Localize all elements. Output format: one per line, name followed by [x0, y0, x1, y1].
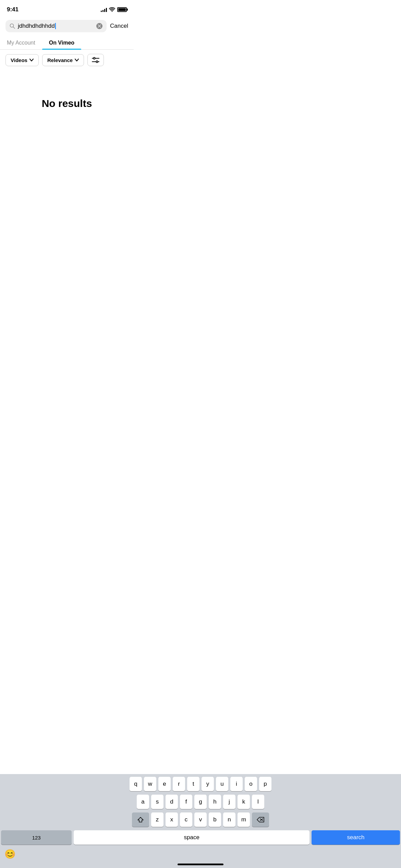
svg-point-6 [94, 58, 95, 59]
cancel-button[interactable]: Cancel [110, 21, 128, 31]
svg-line-1 [13, 27, 15, 29]
search-query-text: jdhdhdhdhhdd [18, 23, 94, 29]
status-time: 9:41 [7, 6, 19, 13]
type-filter-label: Videos [11, 57, 27, 63]
tab-my-account[interactable]: My Account [0, 36, 42, 49]
search-bar-container: jdhdhdhdhhdd Cancel [0, 17, 134, 35]
clear-search-button[interactable] [96, 23, 102, 29]
tabs-container: My Account On Vimeo [0, 36, 134, 50]
status-icons [101, 7, 127, 12]
svg-point-7 [96, 61, 98, 63]
type-filter-button[interactable]: Videos [5, 54, 39, 66]
wifi-icon [109, 7, 115, 12]
search-input-wrapper[interactable]: jdhdhdhdhhdd [5, 20, 107, 32]
advanced-filter-button[interactable] [87, 54, 104, 66]
status-bar: 9:41 [0, 0, 134, 17]
battery-icon [117, 7, 127, 12]
no-results-text: No results [42, 98, 92, 109]
sort-filter-button[interactable]: Relevance [42, 54, 84, 66]
filter-bar: Videos Relevance [0, 50, 134, 70]
tab-on-vimeo[interactable]: On Vimeo [42, 36, 81, 49]
chevron-down-icon [75, 59, 79, 61]
no-results-container: No results [0, 70, 134, 137]
search-icon [10, 23, 15, 29]
sort-filter-label: Relevance [47, 57, 73, 63]
sliders-icon [92, 57, 99, 63]
chevron-down-icon [29, 59, 34, 61]
signal-icon [101, 7, 107, 12]
